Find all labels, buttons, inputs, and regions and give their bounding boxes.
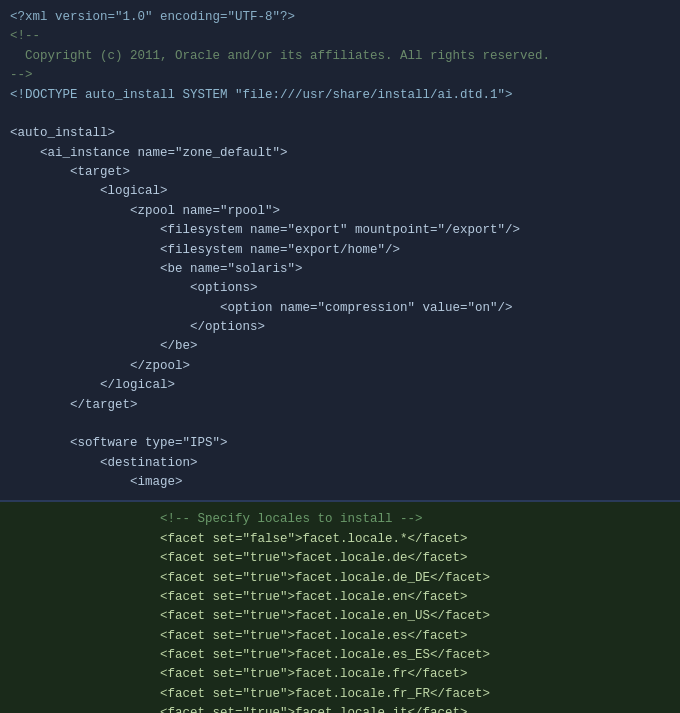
screen: <?xml version="1.0" encoding="UTF-8"?> <… xyxy=(0,0,680,713)
top-code-section: <?xml version="1.0" encoding="UTF-8"?> <… xyxy=(0,0,680,502)
bottom-code-section: <!-- Specify locales to install --> <fac… xyxy=(0,502,680,713)
bottom-code-block: <!-- Specify locales to install --> <fac… xyxy=(10,510,670,713)
top-code-block: <?xml version="1.0" encoding="UTF-8"?> <… xyxy=(10,8,670,492)
